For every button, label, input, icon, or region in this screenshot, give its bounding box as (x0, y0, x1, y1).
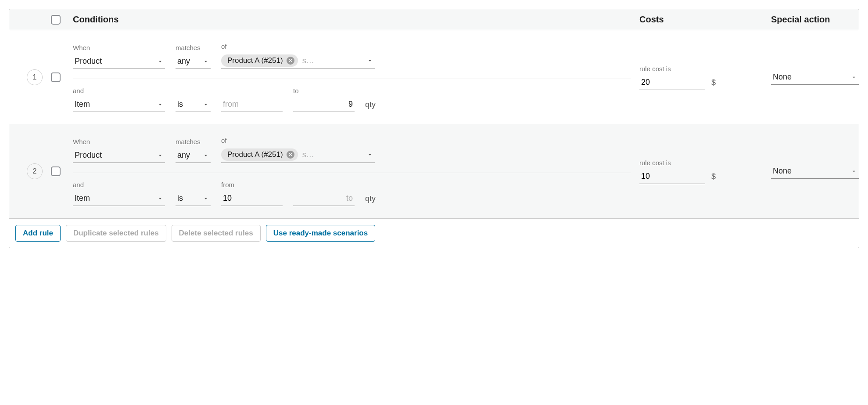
rule-special: None (771, 70, 859, 85)
rule-cost-label: rule cost is (639, 65, 771, 72)
rules-table: Conditions Costs Special action 1 When P… (9, 9, 859, 248)
chevron-down-icon (157, 195, 163, 202)
when-select[interactable]: Product (73, 54, 165, 69)
rule-row: 2 When Product matches (9, 124, 859, 218)
chip-remove-icon[interactable]: ✕ (287, 151, 294, 159)
and-op-select[interactable]: is (176, 97, 211, 112)
of-label: of (221, 43, 375, 50)
table-footer: Add rule Duplicate selected rules Delete… (9, 218, 859, 248)
to-input[interactable] (293, 191, 355, 206)
and-op-select[interactable]: is (176, 191, 211, 206)
product-tag-input[interactable]: Product A (#251) ✕ s… (221, 53, 375, 69)
rule-row: 1 When Product matches (9, 30, 859, 124)
header-checkbox-cell (51, 15, 73, 25)
duplicate-rules-button[interactable]: Duplicate selected rules (66, 225, 166, 242)
special-action-select[interactable]: None (771, 70, 859, 85)
matches-label: matches (176, 44, 211, 51)
from-input[interactable] (221, 97, 283, 112)
cost-input[interactable] (639, 169, 705, 184)
of-label: of (221, 137, 375, 144)
from-label: from (221, 181, 283, 188)
product-chip: Product A (#251) ✕ (221, 54, 298, 67)
chevron-down-icon (367, 58, 373, 64)
tag-search-placeholder: s… (302, 56, 314, 65)
tag-search-placeholder: s… (302, 150, 314, 159)
chevron-down-icon (157, 152, 163, 159)
rule-costs: rule cost is $ (639, 159, 771, 184)
rule-conditions: When Product matches any (73, 137, 639, 206)
rule-costs: rule cost is $ (639, 65, 771, 90)
when-label: When (73, 44, 165, 51)
product-chip: Product A (#251) ✕ (221, 148, 298, 161)
add-rule-button[interactable]: Add rule (15, 225, 61, 242)
to-input[interactable] (293, 97, 355, 112)
chevron-down-icon (157, 58, 163, 65)
chevron-down-icon (851, 168, 857, 174)
condition-divider (73, 79, 631, 79)
special-action-select[interactable]: None (771, 164, 859, 179)
matches-select[interactable]: any (176, 148, 211, 163)
and-subject-select[interactable]: Item (73, 97, 165, 112)
cost-input[interactable] (639, 75, 705, 90)
and-label: and (73, 181, 165, 188)
and-subject-select[interactable]: Item (73, 191, 165, 206)
product-tag-input[interactable]: Product A (#251) ✕ s… (221, 147, 375, 163)
rule-select-checkbox[interactable] (51, 166, 61, 176)
rule-checkbox-cell (51, 72, 73, 82)
select-all-checkbox[interactable] (51, 15, 61, 25)
and-label: and (73, 87, 165, 94)
condition-divider (73, 173, 631, 173)
when-select[interactable]: Product (73, 148, 165, 163)
delete-rules-button[interactable]: Delete selected rules (172, 225, 261, 242)
rule-special: None (771, 164, 859, 179)
rule-conditions: When Product matches any (73, 43, 639, 112)
chevron-down-icon (367, 152, 373, 158)
rule-index-cell: 2 (9, 163, 51, 179)
header-conditions: Conditions (73, 14, 639, 25)
qty-suffix: qty (365, 100, 376, 112)
qty-suffix: qty (365, 194, 376, 206)
rule-checkbox-cell (51, 166, 73, 176)
matches-select[interactable]: any (176, 54, 211, 69)
rule-index-cell: 1 (9, 69, 51, 85)
chevron-down-icon (203, 58, 209, 65)
rule-select-checkbox[interactable] (51, 72, 61, 82)
matches-label: matches (176, 138, 211, 145)
use-scenarios-button[interactable]: Use ready-made scenarios (266, 225, 375, 242)
chevron-down-icon (851, 74, 857, 80)
rule-cost-label: rule cost is (639, 159, 771, 166)
from-input[interactable] (221, 191, 283, 206)
currency-suffix: $ (711, 78, 716, 90)
when-label: When (73, 138, 165, 145)
header-costs: Costs (639, 14, 771, 25)
chevron-down-icon (203, 152, 209, 159)
chevron-down-icon (203, 101, 209, 108)
chip-remove-icon[interactable]: ✕ (287, 57, 294, 65)
chevron-down-icon (203, 195, 209, 202)
to-label: to (293, 87, 355, 94)
rule-index-badge: 1 (27, 69, 43, 85)
header-special: Special action (771, 14, 859, 25)
chevron-down-icon (157, 101, 163, 108)
table-header: Conditions Costs Special action (9, 9, 859, 30)
currency-suffix: $ (711, 172, 716, 184)
rule-index-badge: 2 (27, 163, 43, 179)
